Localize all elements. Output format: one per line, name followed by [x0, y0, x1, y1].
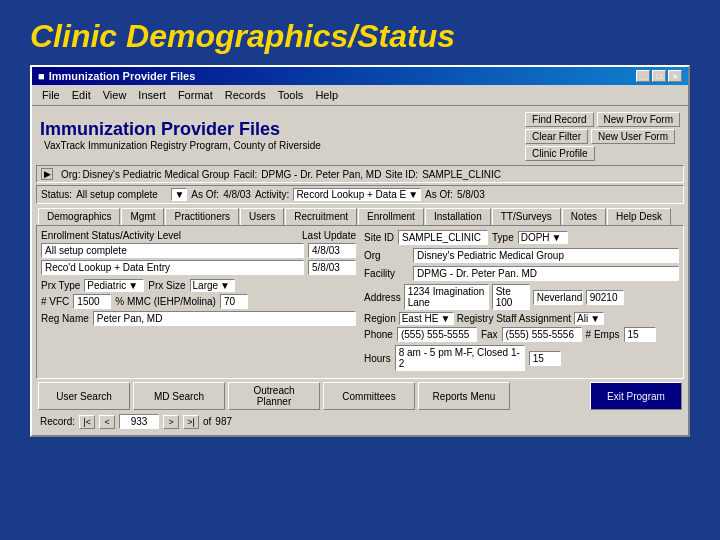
vfc-field[interactable]: 1500: [73, 294, 111, 309]
tab-help-desk[interactable]: Help Desk: [607, 208, 671, 225]
menu-insert[interactable]: Insert: [132, 87, 172, 103]
prx-size-field[interactable]: Large ▼: [190, 279, 235, 292]
org-value: Disney's Pediatric Medical Group: [82, 169, 229, 180]
r-facility-row: Facility DPMG - Dr. Peter Pan. MD: [364, 266, 679, 281]
enrollment-date-1[interactable]: 4/8/03: [308, 243, 356, 258]
menu-help[interactable]: Help: [309, 87, 344, 103]
record-current-field[interactable]: 933: [119, 414, 159, 429]
emps-field[interactable]: 15: [624, 327, 656, 342]
r-type-value: DOPH: [521, 232, 550, 243]
mmc-field[interactable]: 70: [220, 294, 248, 309]
hours-row: Hours 8 am - 5 pm M-F, Closed 1-2 15: [364, 345, 679, 371]
prx-row-2: # VFC 1500 % MMC (IEHP/Molina) 70: [41, 294, 356, 309]
r-type-label: Type: [492, 232, 514, 243]
r-type-field[interactable]: DOPH ▼: [518, 231, 568, 244]
menu-edit[interactable]: Edit: [66, 87, 97, 103]
reports-menu-button[interactable]: Reports Menu: [418, 382, 510, 410]
menu-records[interactable]: Records: [219, 87, 272, 103]
status-label: Status:: [41, 189, 72, 200]
r-zip-field[interactable]: 90210: [586, 290, 624, 305]
exit-program-button[interactable]: Exit Program: [590, 382, 682, 410]
menu-tools[interactable]: Tools: [272, 87, 310, 103]
tab-recruitment[interactable]: Recruitment: [285, 208, 357, 225]
status-dropdown[interactable]: ▼: [171, 188, 187, 201]
new-prov-form-button[interactable]: New Prov Form: [597, 112, 680, 127]
clinic-profile-button[interactable]: Clinic Profile: [525, 146, 595, 161]
closed-field[interactable]: 15: [529, 351, 561, 366]
menu-file[interactable]: File: [36, 87, 66, 103]
close-button[interactable]: ×: [668, 70, 682, 82]
spacer: [513, 382, 587, 410]
r-region-field[interactable]: East HE ▼: [399, 312, 454, 325]
header-buttons: Find Record New Prov Form Clear Filter N…: [525, 112, 680, 161]
tab-enrollment[interactable]: Enrollment: [358, 208, 424, 225]
app-subtitle: VaxTrack Immunization Registry Program, …: [40, 140, 325, 154]
prx-type-label: Prx Type: [41, 280, 80, 291]
r-org-label: Org: [364, 250, 409, 261]
phone-row: Phone (555) 555-5555 Fax (555) 555-5556 …: [364, 327, 679, 342]
tab-demographics[interactable]: Demographics: [38, 208, 120, 225]
status-dropdown-arrow: ▼: [174, 189, 184, 200]
committees-button[interactable]: Committees: [323, 382, 415, 410]
r-registry-field[interactable]: Ali ▼: [574, 312, 604, 325]
r-org-field[interactable]: Disney's Pediatric Medical Group: [413, 248, 679, 263]
user-search-button[interactable]: User Search: [38, 382, 130, 410]
enrollment-status-1[interactable]: All setup complete: [41, 243, 304, 258]
tab-practitioners[interactable]: Practitioners: [165, 208, 239, 225]
clear-filter-button[interactable]: Clear Filter: [525, 129, 588, 144]
tab-tt-surveys[interactable]: TT/Surveys: [492, 208, 561, 225]
window-icon: ■: [38, 70, 45, 82]
r-ste-field[interactable]: Ste 100: [492, 284, 530, 310]
status-value: All setup complete: [76, 189, 158, 200]
md-search-button[interactable]: MD Search: [133, 382, 225, 410]
prx-type-value: Pediatric: [87, 280, 126, 291]
activity-value: Record Lookup + Data E: [296, 189, 406, 200]
menu-format[interactable]: Format: [172, 87, 219, 103]
phone-field[interactable]: (555) 555-5555: [397, 327, 477, 342]
new-user-form-button[interactable]: New User Form: [591, 129, 675, 144]
nav-arrow-container: ▶ Org: Disney's Pediatric Medical Group: [41, 168, 229, 180]
title-bar-controls: _ □ ×: [636, 70, 682, 82]
minimize-button[interactable]: _: [636, 70, 650, 82]
tab-users[interactable]: Users: [240, 208, 284, 225]
hours-label: Hours: [364, 353, 391, 364]
record-next-button[interactable]: >: [163, 415, 179, 429]
r-registry-label: Registry Staff Assignment: [457, 313, 571, 324]
window-title: Immunization Provider Files: [49, 70, 196, 82]
as-of2-label: As Of:: [425, 189, 453, 200]
facil-label: Facil:: [233, 169, 257, 180]
prx-size-label: Prx Size: [148, 280, 185, 291]
tab-installation[interactable]: Installation: [425, 208, 491, 225]
activity-dropdown[interactable]: Record Lookup + Data E ▼: [293, 188, 421, 201]
r-city-field[interactable]: Neverland: [533, 290, 583, 305]
outreach-planner-button[interactable]: Outreach Planner: [228, 382, 320, 410]
r-facility-field[interactable]: DPMG - Dr. Peter Pan. MD: [413, 266, 679, 281]
record-total: 987: [215, 416, 232, 427]
nav-arrow[interactable]: ▶: [41, 168, 53, 180]
prx-type-field[interactable]: Pediatric ▼: [84, 279, 144, 292]
record-first-button[interactable]: |<: [79, 415, 95, 429]
r-region-arrow: ▼: [440, 313, 450, 324]
tabs-row: Demographics Mgmt Practitioners Users Re…: [36, 206, 684, 225]
maximize-button[interactable]: □: [652, 70, 666, 82]
menu-view[interactable]: View: [97, 87, 133, 103]
enrollment-status-2[interactable]: Reco'd Lookup + Data Entry: [41, 260, 304, 275]
r-site-id-field[interactable]: SAMPLE_CLINIC: [398, 230, 488, 245]
r-address-field[interactable]: 1234 Imagination Lane: [404, 284, 489, 310]
left-column: Enrollment Status/Activity Level Last Up…: [41, 230, 356, 374]
prx-size-arrow: ▼: [220, 280, 230, 291]
emps-label: # Emps: [586, 329, 620, 340]
as-of-value: 4/8/03: [223, 189, 251, 200]
reg-name-field[interactable]: Peter Pan, MD: [93, 311, 356, 326]
enrollment-status-header: Enrollment Status/Activity Level: [41, 230, 181, 241]
record-prev-button[interactable]: <: [99, 415, 115, 429]
hours-field[interactable]: 8 am - 5 pm M-F, Closed 1-2: [395, 345, 525, 371]
tab-notes[interactable]: Notes: [562, 208, 606, 225]
enrollment-date-2[interactable]: 5/8/03: [308, 260, 356, 275]
bottom-buttons: User Search MD Search Outreach Planner C…: [36, 379, 684, 412]
fax-field[interactable]: (555) 555-5556: [502, 327, 582, 342]
title-bar-left: ■ Immunization Provider Files: [38, 70, 195, 82]
record-last-button[interactable]: >|: [183, 415, 199, 429]
find-record-button[interactable]: Find Record: [525, 112, 593, 127]
tab-mgmt[interactable]: Mgmt: [121, 208, 164, 225]
